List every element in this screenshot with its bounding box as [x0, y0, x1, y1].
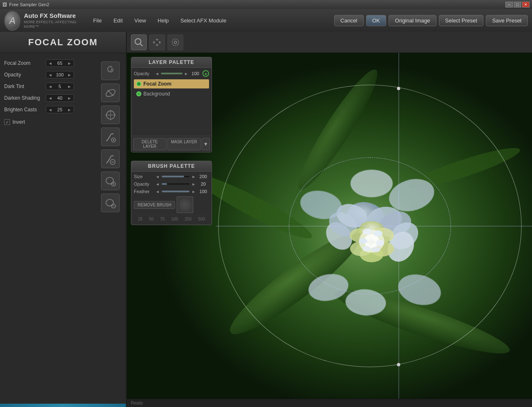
spiral-tool-icon[interactable]	[101, 61, 120, 80]
brush-size-track[interactable]	[161, 175, 190, 178]
layer-opacity-track[interactable]	[160, 72, 183, 75]
select-preset-button[interactable]: Select Preset	[439, 15, 483, 26]
focal-zoom-label: Focal Zoom	[4, 60, 44, 66]
cancel-button[interactable]: Cancel	[334, 15, 363, 26]
pan-tool[interactable]	[149, 34, 165, 50]
layer-opacity-inc[interactable]: ►	[184, 71, 188, 76]
opacity-control[interactable]: ◄ 100 ►	[46, 71, 74, 78]
invert-row: ✓ Invert	[4, 119, 95, 125]
brush-feather-dec[interactable]: ◄	[155, 189, 160, 194]
layer-name-focal: Focal Zoom	[143, 81, 171, 87]
brush-size-inc[interactable]: ►	[192, 174, 196, 179]
layer-opacity-dec[interactable]: ◄	[155, 71, 159, 76]
menu-items: File Edit View Help Select AFX Module	[79, 14, 334, 27]
brush-size-label: Size	[134, 174, 154, 179]
focal-zoom-dec[interactable]: ◄	[47, 61, 53, 66]
mask-layer-button[interactable]: MASK LAYER	[167, 138, 201, 150]
brush-palette-title: BRUSH PALETTE	[148, 163, 195, 169]
brush-feather-track[interactable]	[161, 190, 190, 193]
brush-opacity-track[interactable]	[161, 183, 190, 185]
opacity-value: 100	[54, 72, 66, 77]
brush-opacity-inc[interactable]: ►	[192, 182, 196, 186]
menu-afx[interactable]: Select AFX Module	[175, 14, 232, 27]
brighten-casts-dec[interactable]: ◄	[47, 108, 53, 112]
menu-view[interactable]: View	[128, 14, 152, 27]
menubar: A Auto FX Software MORE EFFECTS. AFFECTI…	[0, 9, 532, 32]
brush-size-value: 200	[197, 174, 209, 179]
statusbar: Ready	[127, 399, 532, 407]
scale-75: 75	[160, 217, 165, 221]
menu-help[interactable]: Help	[152, 14, 175, 27]
layer-eye-button[interactable]: ●	[202, 70, 209, 77]
brush-add-icon[interactable]	[101, 127, 120, 146]
layer-dot-focal	[136, 81, 141, 86]
invert-checkbox[interactable]: ✓	[4, 119, 10, 125]
lasso-add-icon[interactable]	[101, 172, 120, 190]
opacity-inc[interactable]: ►	[66, 73, 72, 77]
scale-100: 100	[171, 217, 178, 221]
ok-button[interactable]: OK	[366, 15, 387, 26]
scale-500: 500	[198, 217, 205, 221]
canvas-area: LAYER PALETTE Opacity ◄ ► 100 ●	[127, 53, 532, 399]
toolbar-right: Cancel OK Original Image Select Preset S…	[334, 15, 528, 26]
close-button[interactable]: ✕	[522, 2, 530, 7]
layer-palette-body: Opacity ◄ ► 100 ● Focal Zoom	[131, 68, 212, 135]
darken-shading-dec[interactable]: ◄	[47, 96, 53, 101]
brush-feather-fill	[162, 191, 190, 192]
brush-feather-value: 100	[197, 189, 209, 194]
brighten-casts-inc[interactable]: ►	[66, 108, 72, 112]
layer-buttons: DELETE LAYER MASK LAYER ▼	[131, 136, 212, 152]
layer-palette-title: LAYER PALETTE	[149, 59, 195, 65]
darken-shading-control[interactable]: ◄ 40 ►	[46, 94, 74, 102]
menu-edit[interactable]: Edit	[108, 14, 128, 27]
brush-subtract-icon[interactable]	[101, 150, 120, 168]
brush-size-row: Size ◄ ► 200	[134, 174, 209, 179]
minimize-button[interactable]: –	[505, 2, 513, 7]
selection-tool[interactable]	[167, 34, 183, 50]
brush-palette: BRUSH PALETTE Size ◄ ► 200	[131, 161, 212, 225]
original-image-button[interactable]: Original Image	[389, 15, 436, 26]
brush-circle-preview	[179, 199, 191, 211]
brush-feather-inc[interactable]: ►	[192, 189, 196, 194]
brush-size-dec[interactable]: ◄	[155, 174, 160, 179]
dark-tint-dec[interactable]: ◄	[47, 84, 53, 89]
brush-feather-row: Feather ◄ ► 100	[134, 189, 209, 194]
svg-line-18	[140, 44, 143, 46]
remove-brush-row: REMOVE BRUSH	[134, 196, 209, 213]
magnify-tool[interactable]	[131, 34, 147, 50]
app-title: Free Sampler Gen2	[9, 2, 49, 7]
layer-focal-zoom[interactable]: Focal Zoom	[134, 79, 209, 88]
tool-bar	[127, 32, 532, 53]
titlebar-left: 🖼 Free Sampler Gen2	[2, 2, 49, 7]
maximize-button[interactable]: □	[514, 2, 521, 7]
layer-scroll-button[interactable]: ▼	[202, 138, 210, 150]
scatter-tool-icon[interactable]	[101, 83, 120, 102]
anchor-bottom[interactable]	[397, 363, 400, 366]
delete-layer-button[interactable]: DELETE LAYER	[133, 138, 167, 150]
crosshair-horizontal	[216, 226, 532, 226]
bottom-accent-bar	[0, 404, 126, 407]
brush-preview	[177, 196, 193, 213]
lasso-subtract-icon[interactable]	[101, 194, 120, 212]
brush-opacity-dec[interactable]: ◄	[155, 182, 160, 186]
svg-point-62	[373, 230, 382, 237]
layer-dot-bg	[136, 91, 141, 96]
anchor-top[interactable]	[397, 87, 400, 90]
brighten-casts-row: Brighten Casts ◄ 25 ►	[4, 106, 95, 113]
scale-marks-row: 25 50 75 100 250 500	[134, 215, 209, 222]
brighten-casts-control[interactable]: ◄ 25 ►	[46, 106, 74, 113]
darken-shading-inc[interactable]: ►	[66, 96, 72, 101]
dark-tint-label: Dark Tint	[4, 83, 44, 89]
remove-brush-button[interactable]: REMOVE BRUSH	[134, 201, 175, 209]
radial-tool-icon[interactable]	[101, 105, 120, 124]
focal-zoom-inc[interactable]: ►	[66, 61, 72, 66]
save-preset-button[interactable]: Save Preset	[486, 15, 528, 26]
brush-size-fill	[162, 176, 184, 177]
focal-zoom-control[interactable]: ◄ 65 ►	[46, 59, 74, 67]
dark-tint-control[interactable]: ◄ 5 ►	[46, 83, 74, 90]
dark-tint-inc[interactable]: ►	[66, 84, 72, 89]
opacity-dec[interactable]: ◄	[47, 73, 53, 77]
layer-background[interactable]: Background	[134, 89, 209, 98]
controls-area: Focal Zoom ◄ 65 ► Opacity ◄ 100 ►	[0, 53, 126, 404]
menu-file[interactable]: File	[87, 14, 108, 27]
